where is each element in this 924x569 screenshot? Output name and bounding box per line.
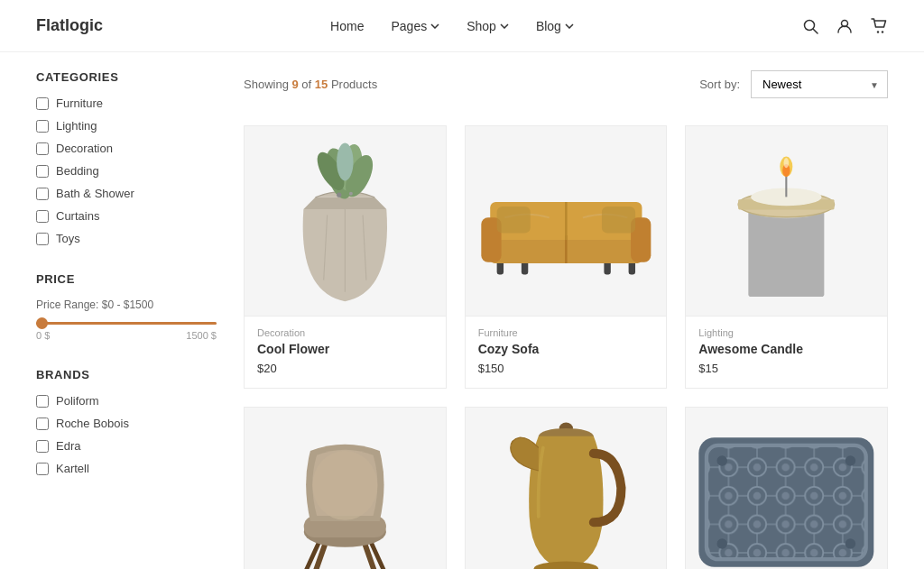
product-category: Decoration: [257, 327, 433, 338]
brand-roche-bobois-checkbox[interactable]: [36, 418, 49, 430]
category-decoration[interactable]: Decoration: [36, 142, 217, 155]
brand-edra[interactable]: Edra: [36, 439, 217, 453]
product-name: Cool Flower: [257, 342, 433, 356]
chair-illustration: [245, 408, 446, 569]
category-curtains-checkbox[interactable]: [36, 210, 49, 223]
price-title: PRICE: [36, 272, 217, 286]
svg-point-12: [337, 142, 353, 180]
brand-poliform[interactable]: Poliform: [36, 394, 217, 408]
sort-label: Sort by:: [699, 78, 740, 91]
svg-point-58: [845, 455, 855, 465]
brands-section: BRANDS Poliform Roche Bobois Edra Kartel…: [36, 368, 217, 475]
brand-kartell[interactable]: Kartell: [36, 462, 217, 475]
slider-track: [36, 322, 217, 325]
svg-point-59: [717, 538, 727, 548]
svg-rect-25: [496, 206, 530, 234]
content-area: Showing 9 of 15 Products Sort by: Newest…: [244, 70, 888, 569]
product-name: Awesome Candle: [698, 342, 874, 356]
chevron-down-icon: [565, 23, 574, 29]
product-category: Furniture: [478, 327, 654, 338]
sofa-illustration: [466, 126, 667, 316]
category-bath-shower-checkbox[interactable]: [36, 188, 49, 200]
brand-kartell-checkbox[interactable]: [36, 463, 49, 475]
nav-shop[interactable]: Shop: [467, 19, 509, 33]
slider-labels: 0 $ 1500 $: [36, 330, 217, 341]
main-nav: Home Pages Shop Blog: [330, 19, 574, 33]
category-bedding-checkbox[interactable]: [36, 165, 49, 178]
sort-area: Sort by: Newest Price: Low to High Price…: [699, 70, 888, 98]
slider-fill: [36, 322, 217, 325]
svg-point-3: [877, 31, 879, 32]
product-card[interactable]: Lighting Awesome Candle $15: [685, 125, 888, 389]
category-lighting-checkbox[interactable]: [36, 120, 49, 133]
chevron-down-icon: [500, 23, 509, 29]
svg-rect-56: [708, 446, 865, 558]
cart-button[interactable]: [870, 17, 888, 35]
product-price: $20: [257, 362, 433, 375]
slider-thumb[interactable]: [36, 317, 48, 329]
category-lighting[interactable]: Lighting: [36, 119, 217, 133]
product-card[interactable]: Furniture Comfy Chair $180: [244, 407, 447, 569]
user-icon: [836, 18, 853, 34]
search-button[interactable]: [801, 17, 819, 35]
product-card[interactable]: Decoration Vintage Kettle $45: [465, 407, 668, 569]
product-image: [245, 126, 446, 316]
showing-text: Showing 9 of 15 Products: [244, 78, 377, 91]
product-card[interactable]: Bedding Cozy Pillow $35: [685, 407, 888, 569]
search-icon: [802, 18, 818, 34]
product-image: [686, 126, 887, 316]
chevron-down-icon: [430, 23, 439, 29]
user-button[interactable]: [836, 17, 854, 35]
svg-point-0: [805, 20, 815, 30]
brands-title: BRANDS: [36, 368, 217, 381]
product-image: [466, 408, 667, 569]
product-info: Furniture Cozy Sofa $150: [466, 316, 667, 388]
svg-point-35: [784, 158, 790, 168]
logo: Flatlogic: [36, 16, 103, 35]
category-toys-checkbox[interactable]: [36, 233, 49, 245]
product-card[interactable]: Furniture Cozy Sofa $150: [465, 125, 668, 389]
price-range-label: Price Range: $0 - $1500: [36, 298, 217, 311]
category-bath-shower[interactable]: Bath & Shower: [36, 187, 217, 200]
category-curtains[interactable]: Curtains: [36, 209, 217, 223]
price-section: PRICE Price Range: $0 - $1500 0 $ 1500 $: [36, 272, 217, 341]
brand-roche-bobois[interactable]: Roche Bobois: [36, 417, 217, 430]
candle-illustration: [686, 126, 887, 316]
categories-section: CATEGORIES Furniture Lighting Decoration…: [36, 70, 217, 245]
sidebar: CATEGORIES Furniture Lighting Decoration…: [36, 70, 217, 569]
nav-blog[interactable]: Blog: [536, 19, 574, 33]
category-furniture[interactable]: Furniture: [36, 96, 217, 110]
svg-point-4: [882, 31, 883, 32]
svg-point-57: [717, 455, 727, 465]
sort-select[interactable]: Newest Price: Low to High Price: High to…: [751, 70, 888, 98]
svg-point-14: [349, 192, 353, 196]
product-card[interactable]: Decoration Cool Flower $20: [244, 125, 447, 389]
svg-line-1: [814, 29, 818, 33]
product-image: [686, 408, 887, 569]
product-info: Decoration Cool Flower $20: [245, 316, 446, 388]
svg-point-42: [312, 451, 377, 520]
category-toys[interactable]: Toys: [36, 232, 217, 245]
category-decoration-checkbox[interactable]: [36, 142, 49, 155]
svg-point-60: [845, 538, 855, 548]
sort-wrapper: Newest Price: Low to High Price: High to…: [751, 70, 888, 98]
product-category: Lighting: [698, 327, 874, 338]
product-info: Lighting Awesome Candle $15: [686, 316, 887, 388]
category-furniture-checkbox[interactable]: [36, 97, 49, 110]
svg-point-46: [533, 562, 597, 569]
product-image: [245, 408, 446, 569]
brand-edra-checkbox[interactable]: [36, 440, 49, 453]
svg-point-13: [337, 193, 341, 197]
svg-rect-26: [602, 206, 635, 234]
price-slider[interactable]: [36, 322, 217, 325]
nav-home[interactable]: Home: [330, 19, 364, 33]
product-price: $15: [698, 362, 874, 375]
brand-poliform-checkbox[interactable]: [36, 395, 49, 408]
content-header: Showing 9 of 15 Products Sort by: Newest…: [244, 70, 888, 107]
product-image: [466, 126, 667, 316]
nav-pages[interactable]: Pages: [391, 19, 439, 33]
plant-illustration: [245, 126, 446, 316]
category-bedding[interactable]: Bedding: [36, 164, 217, 178]
svg-rect-27: [749, 208, 825, 297]
cart-icon: [871, 18, 887, 34]
